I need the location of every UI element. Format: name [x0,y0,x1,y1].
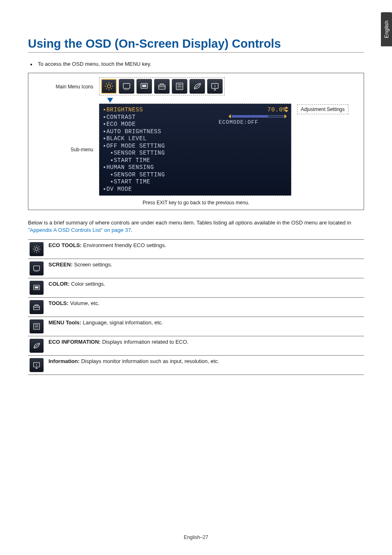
osd-menu-item: ▪CONTRAST [103,114,213,121]
menutools-icon [172,79,187,94]
osd-menu-item: ▪START TIME [103,157,213,164]
scroll-arrows-icon [284,106,288,112]
color-icon [30,281,44,295]
table-row: MENU Tools: Language, signal information… [28,317,364,336]
main-menu-icons-label: Main Menu Icons [34,77,96,90]
menutools-icon [30,319,44,333]
intro-bullet-row: To access the OSD menu, touch the MENU k… [28,61,364,67]
osd-menu-item: ▪ECO MODE [103,121,213,128]
toolbox-icon-cell [28,298,45,317]
table-row: SCREEN: Screen settings. [28,259,364,278]
menu-description: ECO TOOLS: Environment friendly ECO sett… [45,240,364,259]
brightness-value: 70.0% [267,106,287,113]
screen-icon [30,261,44,275]
slider-right-arrow-icon [284,114,287,118]
slider-left-arrow-icon [228,114,231,118]
info-icon [207,79,223,94]
osd-menu-item: ▪SENSOR SETTING [103,150,213,157]
leaf-icon [189,79,205,94]
info-icon-cell [28,356,45,375]
leaf-icon [30,339,44,353]
adjustment-settings-label: Adjustment Settings [297,104,348,114]
osd-sub-menu-panel: ▪BRIGHTNESS▪CONTRAST▪ECO MODE▪AUTO BRIGH… [99,104,291,196]
sun-icon-cell [28,240,45,259]
bullet-icon [30,64,32,65]
table-row: ECO TOOLS: Environment friendly ECO sett… [28,240,364,259]
leaf-icon-cell [28,336,45,356]
menu-description: COLOR: Color settings. [45,278,364,298]
summary-paragraph: Below is a brief summary of where contro… [28,219,364,234]
exit-instruction: Press EXIT key to go back to the previou… [34,200,358,206]
sun-icon [101,79,117,94]
menu-description: MENU Tools: Language, signal information… [45,317,364,336]
ecomode-text: ECOMODE:OFF [219,119,258,125]
osd-menu-item: ▪SENSOR SETTING [103,171,213,179]
osd-menu-item: ▪AUTO BRIGHTNESS [103,128,213,136]
menu-description: SCREEN: Screen settings. [45,259,364,278]
appendix-link[interactable]: "Appendix A OSD Controls List" on page 3… [28,227,131,233]
sun-icon [30,242,44,256]
osd-menu-item: ▪BLACK LEVEL [103,135,213,143]
toolbox-icon [30,300,44,314]
page-number: English–27 [0,534,392,540]
menu-description: ECO INFORMATION: Displays information re… [45,336,364,356]
menu-description: Information: Displays monitor informatio… [45,356,364,375]
menu-description: TOOLS: Volume, etc. [45,298,364,317]
screen-icon-cell [28,259,45,278]
language-tab: English [381,12,392,46]
table-row: Information: Displays monitor informatio… [28,356,364,375]
page-title: Using the OSD (On-Screen Display) Contro… [28,37,364,53]
color-icon [136,79,152,94]
toolbox-icon [154,79,170,94]
sub-menu-label: Sub-menu [34,104,96,196]
arrow-down-icon [107,98,113,103]
summary-text-after: . [131,227,133,233]
table-row: ECO INFORMATION: Displays information re… [28,336,364,356]
osd-menu-item: ▪START TIME [103,178,213,186]
slider-bar [232,115,284,118]
osd-adjustment-area: 70.0% ECOMODE:OFF [217,106,287,193]
color-icon-cell [28,278,45,298]
osd-menu-item: ▪OFF MODE SETTING [103,143,213,150]
osd-diagram: Main Menu Icons Sub-menu ▪BRIGHTNESS▪CON… [28,73,364,210]
brightness-slider [228,114,287,118]
osd-menu-item: ▪DV MODE [103,186,213,193]
osd-menu-item: ▪BRIGHTNESS [103,106,213,114]
info-icon [30,358,44,372]
table-row: COLOR: Color settings. [28,278,364,298]
menutools-icon-cell [28,317,45,336]
intro-text: To access the OSD menu, touch the MENU k… [38,61,152,67]
table-row: TOOLS: Volume, etc. [28,298,364,317]
osd-item-list: ▪BRIGHTNESS▪CONTRAST▪ECO MODE▪AUTO BRIGH… [103,106,213,193]
menu-summary-table: ECO TOOLS: Environment friendly ECO sett… [28,239,364,375]
osd-menu-item: ▪HUMAN SENSING [103,164,213,171]
screen-icon [119,79,134,94]
main-menu-icons-box [99,77,225,95]
summary-text-before: Below is a brief summary of where contro… [28,220,351,226]
